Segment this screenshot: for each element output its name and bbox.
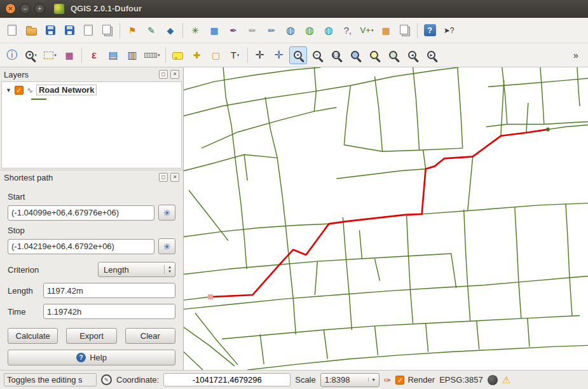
open-project-icon	[26, 28, 37, 36]
map-tips-button[interactable]	[169, 46, 187, 64]
crs-globe-icon[interactable]	[488, 375, 498, 385]
clear-button[interactable]: Clear	[125, 328, 175, 344]
new-project-button[interactable]	[3, 22, 21, 39]
deselect-all-button[interactable]: ▦	[60, 46, 78, 64]
start-point-marker	[208, 294, 213, 299]
layers-tree[interactable]: ▼ ✓ ∿ Road Network	[1, 81, 182, 168]
text-annotation-icon: T	[231, 50, 236, 60]
zoom-native-button[interactable]: 1:1	[327, 46, 345, 64]
layer-name: Road Network	[36, 85, 97, 95]
capture-line-button[interactable]: ✎	[142, 22, 160, 39]
title-bar: ✕ – + QGIS 2.0.1-Dufour	[0, 0, 588, 18]
stop-rendering-icon[interactable]: ✑	[384, 375, 392, 385]
window-minimize-button[interactable]: –	[20, 3, 31, 14]
zoom-out-button[interactable]: −	[308, 46, 326, 64]
map-canvas[interactable]	[184, 67, 588, 370]
whats-this-icon: ➤?	[444, 27, 455, 34]
calculate-button[interactable]: Calculate	[8, 328, 58, 344]
toggle-editing-icon[interactable]: ✎	[101, 374, 112, 385]
dropdown-caret-icon: ▾	[34, 53, 37, 58]
measure-line-button[interactable]: ▾	[142, 46, 162, 64]
zoom-to-selection-button[interactable]	[366, 46, 383, 64]
render-toggle[interactable]: ✓ Render	[395, 375, 435, 385]
status-message: Toggles the editing s	[4, 373, 97, 386]
new-spatialite-layer-button[interactable]: ✏	[263, 22, 280, 39]
window-close-button[interactable]: ✕	[5, 3, 16, 14]
save-project-button[interactable]	[41, 22, 59, 39]
toolbar-separator	[165, 48, 166, 63]
layers-close-button[interactable]: ✕	[170, 70, 179, 79]
pan-map-icon: ✛	[255, 50, 264, 60]
add-wfs-layer-button[interactable]: ◍	[320, 22, 338, 39]
window-maximize-button[interactable]: +	[34, 3, 45, 14]
style-manager-button[interactable]: ✒	[224, 22, 242, 39]
toolbar-overflow-button[interactable]: »	[567, 46, 585, 64]
start-input[interactable]	[8, 205, 154, 221]
show-bookmarks-button[interactable]: ▢	[207, 46, 225, 64]
node-tool-button[interactable]: ✳	[186, 22, 204, 39]
scale-select[interactable]: 1:8398 ▼	[320, 373, 379, 387]
new-shapefile-layer-button[interactable]: ✏	[243, 22, 261, 39]
capture-point-button[interactable]: ⚑	[123, 22, 141, 39]
zoom-in-button[interactable]: +	[289, 46, 307, 64]
open-project-button[interactable]	[22, 22, 40, 39]
node-tool-icon: ✳	[191, 26, 199, 35]
shortest-path-header: Shortest path ◻ ✕	[0, 170, 183, 184]
zoom-next-button[interactable]: ▸	[423, 46, 441, 64]
new-print-composer-button[interactable]	[79, 22, 97, 39]
add-delimited-text-layer-button[interactable]: ?,	[339, 22, 357, 39]
help-contents-button[interactable]: ?	[421, 22, 439, 39]
measure-line-icon	[144, 53, 157, 58]
field-calculator-button[interactable]: ▥	[123, 46, 141, 64]
whats-this-button[interactable]: ➤?	[440, 22, 458, 39]
export-button[interactable]: Export	[66, 328, 116, 344]
zoom-last-button[interactable]: ◂	[404, 46, 421, 64]
scale-value: 1:8398	[321, 375, 368, 385]
coordinate-input[interactable]	[163, 373, 291, 386]
criterion-select[interactable]: Length ▲▼	[98, 262, 175, 277]
toolbar-separator	[182, 23, 183, 38]
qgis-window: ✕ – + QGIS 2.0.1-Dufour ⚑✎◆✳▦✒✏✏◍◍◍?,V+▾…	[0, 0, 588, 389]
layer-item-road-network[interactable]: ▼ ✓ ∿ Road Network	[2, 82, 181, 95]
add-raster-layer-button[interactable]: ▦	[377, 22, 395, 39]
time-output[interactable]	[43, 304, 175, 319]
new-bookmark-button[interactable]: ✚	[188, 46, 206, 64]
render-checkbox[interactable]: ✓	[395, 376, 404, 385]
pan-map-button[interactable]: ✛	[251, 46, 269, 64]
layer-visibility-checkbox[interactable]: ✓	[15, 86, 24, 95]
overflow-chevron-icon: »	[573, 51, 578, 60]
stop-input[interactable]	[8, 239, 154, 254]
capture-polygon-button[interactable]: ◆	[161, 22, 179, 39]
length-output[interactable]	[43, 283, 175, 298]
zoom-full-button[interactable]	[346, 46, 364, 64]
select-rectangle-button[interactable]: ▾	[41, 46, 59, 64]
zoom-to-layer-button[interactable]	[385, 46, 402, 64]
composer-manager-button[interactable]	[99, 22, 116, 39]
zoom-to-selection-icon	[370, 51, 378, 59]
add-wms-layer-button[interactable]: ◍	[282, 22, 299, 39]
add-vector-layer-button[interactable]: V+▾	[358, 22, 376, 39]
open-attribute-table-button[interactable]: ▤	[104, 46, 122, 64]
help-button[interactable]: ? Help	[8, 350, 175, 365]
save-project-as-button[interactable]	[60, 22, 78, 39]
zoom-to-feature-button[interactable]: ✦▾	[22, 46, 40, 64]
messages-warning-icon[interactable]: ⚠	[502, 375, 510, 385]
identify-features-button[interactable]: ⓘ	[3, 46, 21, 64]
select-features-toolbar-button[interactable]: ▦	[205, 22, 223, 39]
road-network-map	[184, 67, 588, 370]
pan-to-selection-button[interactable]: ✛	[270, 46, 288, 64]
select-rectangle-icon	[44, 51, 53, 59]
new-map-view-button[interactable]	[396, 22, 414, 39]
zoom-next-icon: ▸	[427, 51, 435, 59]
zoom-out-icon: −	[313, 51, 321, 59]
capture-start-point-button[interactable]: ✳	[158, 205, 175, 221]
select-by-expression-button[interactable]: ε	[85, 46, 103, 64]
save-project-as-icon	[65, 25, 74, 35]
layers-float-button[interactable]: ◻	[159, 70, 168, 79]
text-annotation-button[interactable]: T▾	[226, 46, 244, 64]
shortest-path-close-button[interactable]: ✕	[170, 173, 179, 182]
expand-arrow-icon[interactable]: ▼	[6, 87, 11, 93]
shortest-path-float-button[interactable]: ◻	[159, 173, 168, 182]
add-wcs-layer-button[interactable]: ◍	[301, 22, 318, 39]
capture-stop-point-button[interactable]: ✳	[158, 238, 175, 254]
